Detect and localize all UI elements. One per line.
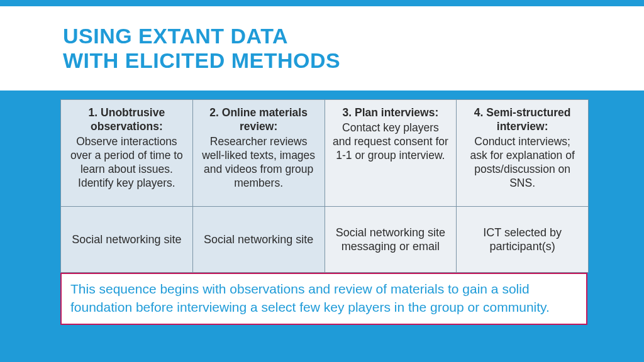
table-row: Social networking site Social networking… — [61, 207, 589, 273]
venue-cell-4: ICT selected by participant(s) — [457, 207, 589, 273]
venue-cell-3: Social networking site messaging or emai… — [325, 207, 457, 273]
caption-text: This sequence begins with observations a… — [70, 280, 577, 316]
step-heading: 3. Plan interviews: — [333, 106, 449, 120]
table-row: 1. Unobtrusive observations: Observe int… — [61, 100, 589, 207]
slide-title: USING EXTANT DATA WITH ELICITED METHODS — [63, 24, 644, 73]
step-heading: 2. Online materials review: — [201, 106, 317, 134]
accent-top-band — [0, 0, 644, 6]
step-cell-4: 4. Semi-structured interview: Conduct in… — [457, 100, 589, 207]
step-body: Observe interactions over a period of ti… — [69, 135, 185, 190]
step-body: Researcher reviews well-liked texts, ima… — [201, 135, 317, 190]
step-cell-2: 2. Online materials review: Researcher r… — [192, 100, 325, 207]
step-heading: 4. Semi-structured interview: — [464, 106, 580, 134]
methods-table: 1. Unobtrusive observations: Observe int… — [60, 99, 589, 273]
title-line-1: USING EXTANT DATA — [63, 24, 288, 48]
step-heading: 1. Unobtrusive observations: — [69, 106, 185, 134]
step-cell-3: 3. Plan interviews: Contact key players … — [325, 100, 457, 207]
step-cell-1: 1. Unobtrusive observations: Observe int… — [61, 100, 193, 207]
title-line-2: WITH ELICITED METHODS — [63, 48, 340, 72]
step-body: Contact key players and request consent … — [333, 121, 449, 163]
body-band: 1. Unobtrusive observations: Observe int… — [0, 90, 644, 362]
step-body: Conduct interviews; ask for explanation … — [464, 135, 580, 190]
methods-table-wrap: 1. Unobtrusive observations: Observe int… — [60, 99, 589, 273]
venue-cell-1: Social networking site — [61, 207, 193, 273]
title-area: USING EXTANT DATA WITH ELICITED METHODS — [0, 6, 644, 90]
caption-box: This sequence begins with observations a… — [60, 273, 587, 325]
venue-cell-2: Social networking site — [192, 207, 325, 273]
